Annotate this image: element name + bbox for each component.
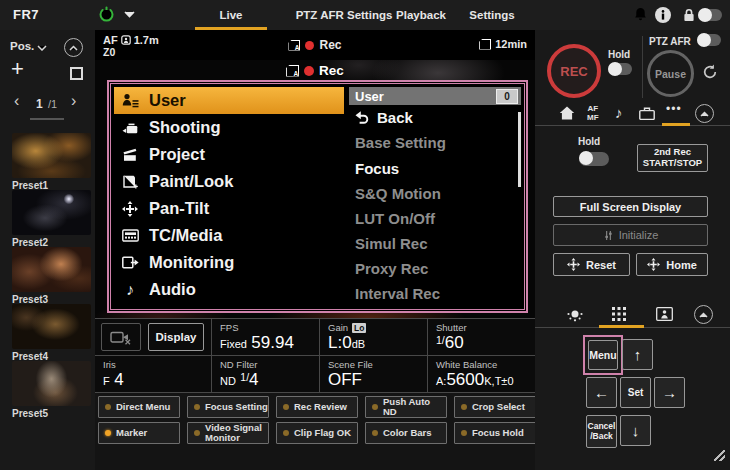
gain-cell[interactable]: GainLo L:0dB bbox=[320, 319, 428, 356]
shutter-cell[interactable]: Shutter 1/60 bbox=[428, 319, 535, 356]
power-button[interactable] bbox=[98, 6, 115, 23]
menu-item-paint-look[interactable]: Paint/Look bbox=[114, 168, 344, 195]
rec-button[interactable]: REC bbox=[547, 44, 601, 98]
menu-item-label: TC/Media bbox=[149, 226, 222, 245]
initialize-icon bbox=[603, 230, 614, 241]
submenu-item-sq-motion[interactable]: S&Q Motion bbox=[349, 181, 521, 206]
collapse-keypad-section-button[interactable] bbox=[694, 305, 713, 324]
lock-toggle[interactable] bbox=[698, 9, 722, 21]
submenu-item-focus[interactable]: Focus bbox=[349, 155, 521, 180]
menu-item-shooting[interactable]: Shooting bbox=[114, 114, 344, 141]
submenu-item-label: S&Q Motion bbox=[355, 185, 441, 202]
media-remaining-label: 12min bbox=[495, 38, 527, 50]
nd-filter-cell[interactable]: ND Filter ND 1/4 bbox=[212, 356, 320, 393]
preset-thumbnail-4[interactable] bbox=[12, 304, 91, 349]
page-next-button[interactable]: › bbox=[71, 92, 76, 110]
device-menu-chevron[interactable] bbox=[124, 11, 135, 18]
stop-button[interactable] bbox=[70, 67, 83, 80]
tab-others[interactable]: ••• bbox=[666, 102, 682, 116]
fps-cell[interactable]: FPS Fixed 59.94 bbox=[212, 319, 320, 356]
menu-item-user[interactable]: User bbox=[114, 87, 344, 114]
assign-button-focus-setting[interactable]: Focus Setting bbox=[187, 396, 269, 418]
fps-mode: Fixed bbox=[220, 338, 247, 350]
menu-item-project[interactable]: Project bbox=[114, 141, 344, 168]
camera-disabled-button[interactable] bbox=[101, 323, 141, 351]
notifications-button[interactable] bbox=[633, 7, 648, 22]
full-screen-display-button[interactable]: Full Screen Display bbox=[553, 196, 708, 217]
submenu-item-base-setting[interactable]: Base Setting bbox=[349, 130, 521, 155]
page-prev-button[interactable]: ‹ bbox=[14, 92, 19, 110]
tab-settings[interactable]: Settings bbox=[463, 0, 521, 30]
menu-item-tc-media[interactable]: TC/Media bbox=[114, 222, 344, 249]
keypad-set-button[interactable]: Set bbox=[620, 377, 651, 408]
info-button[interactable] bbox=[655, 7, 671, 23]
assign-button-marker[interactable]: Marker bbox=[98, 422, 180, 444]
pan-tilt-home-button[interactable]: Home bbox=[636, 253, 708, 276]
menu-item-monitoring[interactable]: Monitoring bbox=[114, 249, 344, 276]
keypad-cancel-back-button[interactable]: Cancel /Back bbox=[586, 415, 617, 448]
second-rec-button[interactable]: 2nd Rec START/STOP bbox=[637, 144, 708, 172]
submenu-item-lut-on-off[interactable]: LUT On/Off bbox=[349, 206, 521, 231]
keypad-left-button[interactable]: ← bbox=[586, 377, 617, 408]
video-feed[interactable]: A Rec User bbox=[95, 60, 535, 318]
tab-af-mf[interactable]: AF MF bbox=[587, 105, 599, 123]
nd-prefix: ND bbox=[220, 375, 236, 387]
assign-button-rec-review[interactable]: Rec Review bbox=[276, 396, 358, 418]
assign-button-focus-hold[interactable]: Focus Hold bbox=[454, 422, 536, 444]
ptz-afr-restart-button[interactable] bbox=[702, 64, 718, 80]
second-rec-hold-toggle[interactable] bbox=[579, 152, 609, 166]
preset-thumbnail-1[interactable] bbox=[12, 133, 91, 178]
ptz-afr-toggle[interactable] bbox=[697, 34, 721, 46]
keypad-up-button[interactable]: ↑ bbox=[622, 339, 653, 370]
collapse-control-section-button[interactable] bbox=[695, 104, 714, 123]
tab-joystick-control[interactable] bbox=[566, 307, 584, 322]
submenu-item-label: Base Setting bbox=[355, 134, 446, 151]
tab-live[interactable]: Live bbox=[195, 0, 267, 30]
collapse-preset-panel-button[interactable] bbox=[64, 38, 83, 57]
menu-item-label: User bbox=[149, 91, 186, 110]
menu-item-pan-tilt[interactable]: Pan-Tilt bbox=[114, 195, 344, 222]
pan-tilt-reset-button[interactable]: Reset bbox=[553, 253, 630, 276]
tab-framing[interactable] bbox=[656, 307, 673, 321]
submenu-item-proxy-rec[interactable]: Proxy Rec bbox=[349, 256, 521, 281]
submenu-scrollbar[interactable] bbox=[518, 112, 521, 187]
assign-button-video-signal-monitor[interactable]: Video Signal Monitor bbox=[187, 422, 269, 444]
preset-panel: Pos. + ‹ 1 /1 › Preset1 Preset2 Preset3 … bbox=[0, 30, 95, 470]
preset-mode-dropdown[interactable] bbox=[37, 45, 47, 51]
ptz-afr-pause-button[interactable]: Pause bbox=[647, 50, 694, 97]
media-card-icon bbox=[479, 39, 491, 50]
rec-hold-toggle[interactable] bbox=[608, 63, 632, 75]
assign-button-direct-menu[interactable]: Direct Menu bbox=[98, 396, 180, 418]
tab-media[interactable] bbox=[639, 107, 655, 120]
submenu-item-back[interactable]: Back bbox=[349, 105, 521, 130]
keypad-right-button[interactable]: → bbox=[654, 377, 685, 408]
initialize-button[interactable]: Initialize bbox=[553, 224, 708, 246]
submenu-header: User 0 bbox=[349, 87, 521, 105]
assign-button-color-bars[interactable]: Color Bars bbox=[365, 422, 447, 444]
assign-button-crop-select[interactable]: Crop Select bbox=[454, 396, 536, 418]
assign-led bbox=[461, 430, 467, 436]
assign-button-clip-flag-ok[interactable]: Clip Flag OK bbox=[276, 422, 358, 444]
keypad-down-button[interactable]: ↓ bbox=[620, 415, 651, 446]
tab-playback[interactable]: Playback bbox=[390, 0, 452, 30]
menu-item-label: Pan-Tilt bbox=[149, 199, 209, 218]
tab-ptz-afr-settings[interactable]: PTZ AFR Settings bbox=[288, 0, 400, 30]
add-preset-button[interactable]: + bbox=[11, 56, 24, 82]
resize-handle[interactable] bbox=[714, 450, 725, 461]
tab-home[interactable] bbox=[559, 106, 575, 120]
iris-cell[interactable]: Iris F 4 bbox=[95, 356, 212, 393]
assign-led bbox=[194, 404, 200, 410]
tab-button-pad[interactable] bbox=[612, 307, 626, 321]
tab-audio[interactable]: ♪ bbox=[615, 104, 623, 121]
submenu-item-simul-rec[interactable]: Simul Rec bbox=[349, 231, 521, 256]
preset-thumbnail-3[interactable] bbox=[12, 247, 91, 292]
preset-thumbnail-5[interactable] bbox=[12, 361, 91, 406]
display-button[interactable]: Display bbox=[148, 323, 204, 351]
white-balance-cell[interactable]: White Balance A:5600K,T±0 bbox=[428, 356, 535, 393]
assign-button-push-auto-nd[interactable]: Push Auto ND bbox=[365, 396, 447, 418]
preset-thumbnail-2[interactable] bbox=[12, 190, 91, 235]
submenu-item-interval-rec[interactable]: Interval Rec bbox=[349, 281, 521, 306]
menu-item-audio[interactable]: ♪Audio bbox=[114, 276, 344, 303]
menu-button[interactable]: Menu bbox=[588, 340, 618, 370]
scene-file-cell[interactable]: Scene File OFF bbox=[320, 356, 428, 393]
